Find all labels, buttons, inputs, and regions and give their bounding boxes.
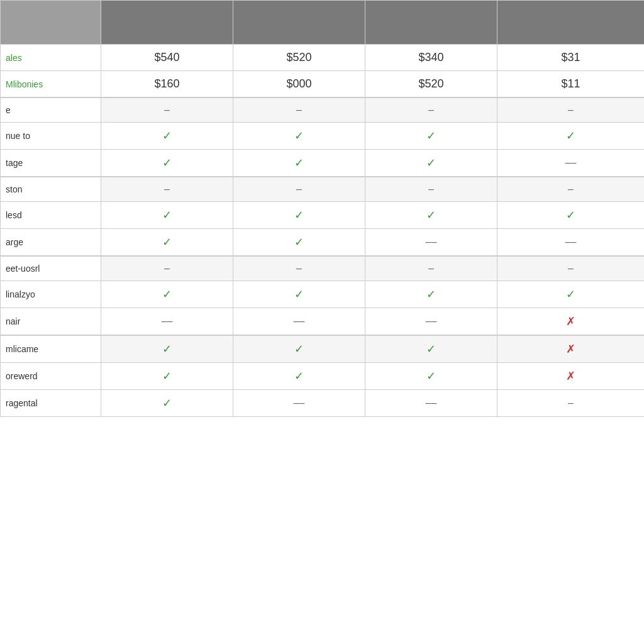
feature-cell-2-2-3: ✗ [497, 308, 645, 336]
dash2-icon: –– [565, 236, 577, 247]
header-restgane [365, 1, 497, 45]
feature-cell-0-1-0: ✓ [101, 123, 233, 150]
cross-icon: ✗ [566, 343, 575, 355]
check-icon: ✓ [162, 157, 172, 169]
feature-row-0-2: tage✓✓✓–– [1, 150, 645, 177]
cross-icon: ✗ [566, 315, 575, 328]
feature-label-2-1: linalzyo [1, 281, 101, 308]
feature-cell-3-0-3: ✗ [497, 335, 645, 363]
dash2-icon: –– [426, 236, 437, 247]
price-cell-1-2: $520 [365, 71, 497, 98]
dash-icon: – [568, 184, 574, 194]
feature-cell-3-1-2: ✓ [365, 363, 497, 390]
price-cell-0-1: $520 [233, 45, 365, 71]
check-icon: ✓ [426, 288, 436, 301]
feature-row-0-0: e–––– [1, 97, 645, 123]
feature-cell-2-0-1: – [233, 256, 365, 281]
dash2-icon: –– [294, 397, 305, 408]
check-icon: ✓ [566, 209, 575, 221]
feature-row-0-1: nue to✓✓✓✓ [1, 123, 645, 150]
feature-row-2-0: eet-uosrl–––– [1, 256, 645, 281]
price-cell-0-2: $340 [365, 45, 497, 71]
price-cell-1-0: $160 [101, 71, 233, 98]
dash-icon: – [164, 184, 170, 194]
feature-cell-0-2-2: ✓ [365, 150, 497, 177]
dash-icon: – [296, 104, 302, 115]
feature-label-1-1: lesd [1, 202, 101, 229]
header-empty [1, 1, 101, 45]
feature-row-1-1: lesd✓✓✓✓ [1, 202, 645, 229]
feature-cell-2-2-2: –– [365, 308, 497, 336]
check-icon: ✓ [294, 236, 304, 248]
dash-icon: – [568, 104, 574, 115]
price-label-0: ales [1, 45, 101, 71]
feature-cell-3-2-1: –– [233, 390, 365, 417]
price-label-1: Mlibonies [1, 71, 101, 98]
check-icon: ✓ [566, 130, 575, 142]
check-icon: ✓ [294, 343, 304, 355]
feature-cell-2-1-2: ✓ [365, 281, 497, 308]
feature-cell-1-0-3: – [497, 177, 645, 202]
feature-cell-3-1-1: ✓ [233, 363, 365, 390]
feature-cell-0-1-1: ✓ [233, 123, 365, 150]
feature-cell-1-2-0: ✓ [101, 229, 233, 257]
dash-icon: – [428, 184, 434, 194]
dash-icon: – [568, 397, 574, 408]
feature-cell-0-2-0: ✓ [101, 150, 233, 177]
feature-cell-1-0-0: – [101, 177, 233, 202]
feature-cell-3-2-3: – [497, 390, 645, 417]
dash-icon: – [296, 263, 302, 274]
comparison-table: ales$540$520$340$31Mlibonies$160$000$520… [0, 0, 644, 417]
feature-cell-2-1-0: ✓ [101, 281, 233, 308]
feature-label-2-2: nair [1, 308, 101, 336]
feature-cell-3-0-2: ✓ [365, 335, 497, 363]
price-cell-1-1: $000 [233, 71, 365, 98]
check-icon: ✓ [162, 343, 172, 355]
price-cell-0-3: $31 [497, 45, 645, 71]
feature-label-0-0: e [1, 97, 101, 123]
feature-cell-1-2-1: ✓ [233, 229, 365, 257]
price-cell-0-0: $540 [101, 45, 233, 71]
feature-cell-0-1-2: ✓ [365, 123, 497, 150]
check-icon: ✓ [294, 157, 304, 169]
feature-label-1-2: arge [1, 229, 101, 257]
feature-cell-3-2-0: ✓ [101, 390, 233, 417]
check-icon: ✓ [162, 236, 172, 248]
dash-icon: – [428, 263, 434, 274]
dash-icon: – [568, 263, 574, 274]
dash-icon: – [164, 104, 170, 115]
dash2-icon: –– [565, 157, 577, 168]
header-applio [101, 1, 233, 45]
feature-row-2-1: linalzyo✓✓✓✓ [1, 281, 645, 308]
feature-row-3-1: orewerd✓✓✓✗ [1, 363, 645, 390]
dash2-icon: –– [162, 316, 173, 326]
price-row-1: Mlibonies$160$000$520$11 [1, 71, 645, 98]
feature-cell-0-2-1: ✓ [233, 150, 365, 177]
feature-label-0-1: nue to [1, 123, 101, 150]
feature-cell-1-1-1: ✓ [233, 202, 365, 229]
header-newk [497, 1, 645, 45]
feature-cell-1-1-2: ✓ [365, 202, 497, 229]
cross-icon: ✗ [566, 370, 575, 382]
dash2-icon: –– [426, 316, 437, 326]
dash-icon: – [164, 263, 170, 274]
feature-row-1-2: arge✓✓–––– [1, 229, 645, 257]
header-iphone [233, 1, 365, 45]
check-icon: ✓ [294, 370, 304, 382]
feature-cell-3-0-1: ✓ [233, 335, 365, 363]
feature-cell-2-2-0: –– [101, 308, 233, 336]
feature-cell-0-2-3: –– [497, 150, 645, 177]
check-icon: ✓ [162, 370, 172, 382]
feature-label-3-2: ragental [1, 390, 101, 417]
price-cell-1-3: $11 [497, 71, 645, 98]
feature-cell-1-0-2: – [365, 177, 497, 202]
feature-row-1-0: ston–––– [1, 177, 645, 202]
feature-cell-0-0-2: – [365, 97, 497, 123]
check-icon: ✓ [566, 288, 575, 301]
feature-label-3-0: mlicame [1, 335, 101, 363]
feature-cell-0-0-0: – [101, 97, 233, 123]
check-icon: ✓ [162, 130, 172, 142]
feature-cell-1-0-1: – [233, 177, 365, 202]
dash-icon: – [428, 104, 434, 115]
feature-row-3-0: mlicame✓✓✓✗ [1, 335, 645, 363]
